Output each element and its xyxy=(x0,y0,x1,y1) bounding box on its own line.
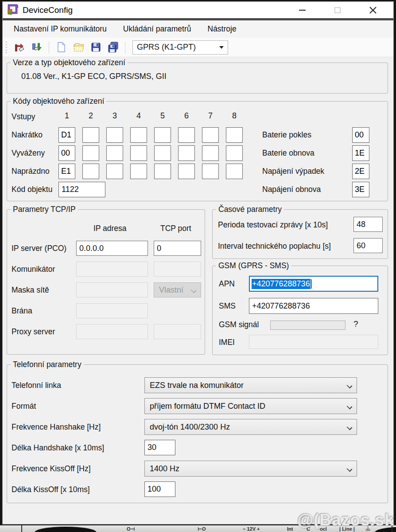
phone-group: Telefonní parametry Telefonní linka EZS … xyxy=(7,364,388,503)
new-file-button[interactable] xyxy=(54,41,68,54)
input-col-5: 5 xyxy=(154,111,171,121)
code-input[interactable] xyxy=(202,164,219,179)
toolbar-separator xyxy=(125,42,125,53)
chevron-down-icon xyxy=(219,46,224,49)
minimize-button[interactable] xyxy=(295,4,309,17)
tcpip-group: Parametry TCP/IP IP adresa TCP port IP s… xyxy=(7,209,205,355)
apn-selected-text: +420776288736 xyxy=(252,279,311,289)
napajeni-vypadek-input[interactable] xyxy=(352,164,369,179)
code-input[interactable] xyxy=(82,127,99,143)
open-file-icon xyxy=(73,41,85,53)
code-input[interactable] xyxy=(202,145,219,161)
baterie-obnova-input[interactable] xyxy=(352,145,369,161)
code-input[interactable] xyxy=(154,127,171,143)
close-button[interactable] xyxy=(366,4,380,17)
delka-handshake-label: Délka Handshake [x 10ms] xyxy=(12,440,104,456)
code-input[interactable] xyxy=(202,127,219,143)
photo-terminal-label: ⊢O xyxy=(198,526,206,532)
code-input[interactable] xyxy=(154,164,171,179)
save-file-icon xyxy=(90,41,102,53)
frekvence-handshake-select[interactable]: dvoj-tón 1400/2300 Hz xyxy=(144,419,357,435)
code-input[interactable] xyxy=(130,127,147,143)
write-to-device-icon xyxy=(31,41,43,53)
perioda-label: Perioda testovací zprávy [x 10s] xyxy=(218,220,328,230)
chevron-down-icon xyxy=(347,425,352,430)
code-input[interactable] xyxy=(178,145,195,161)
code-input[interactable] xyxy=(226,127,243,143)
imei-input xyxy=(249,335,378,349)
time-group-title: Časové parametry xyxy=(216,205,284,214)
photo-screw-hole xyxy=(35,527,97,532)
object-code-input[interactable] xyxy=(58,182,105,197)
input-number-header: 1 2 3 4 5 6 7 8 xyxy=(58,111,243,121)
code-input[interactable] xyxy=(82,164,99,179)
bazos-watermark: @(Bazos.sk xyxy=(297,511,394,529)
frekvence-kissoff-select[interactable]: 1400 Hz xyxy=(144,461,357,477)
code-input[interactable] xyxy=(154,145,171,161)
text-caret xyxy=(311,279,312,289)
perioda-input[interactable] xyxy=(353,217,383,232)
vyvazeny-label: Vyváženy xyxy=(12,145,45,161)
napajeni-obnova-label: Napájení obnova xyxy=(262,185,321,194)
baterie-pokles-input[interactable] xyxy=(352,127,369,143)
code-input[interactable] xyxy=(178,127,195,143)
baterie-obnova-label: Baterie obnova xyxy=(262,149,314,158)
napajeni-obnova-row: Napájení obnova xyxy=(262,182,369,197)
nakratko-label: Nakrátko xyxy=(12,127,43,143)
window-title: DeviceConfig xyxy=(23,5,73,15)
save-all-button[interactable] xyxy=(106,41,120,54)
code-input[interactable] xyxy=(226,145,243,161)
code-input[interactable] xyxy=(130,164,147,179)
toolbar-grip[interactable] xyxy=(5,42,8,53)
code-input[interactable] xyxy=(130,145,147,161)
menu-nastroje[interactable]: Nástroje xyxy=(208,24,237,34)
ip-adresa-header: IP adresa xyxy=(93,224,127,233)
napajeni-obnova-input[interactable] xyxy=(352,182,369,197)
write-to-device-button[interactable] xyxy=(30,41,43,54)
open-file-button[interactable] xyxy=(72,41,85,54)
input-col-4: 4 xyxy=(130,111,147,121)
code-input[interactable] xyxy=(178,164,195,179)
code-input[interactable] xyxy=(82,145,99,161)
input-col-1: 1 xyxy=(58,111,75,121)
sms-label: SMS xyxy=(219,301,236,311)
apn-label: APN xyxy=(219,279,235,289)
delka-handshake-input[interactable] xyxy=(144,440,175,455)
save-file-button[interactable] xyxy=(89,41,102,54)
code-input[interactable] xyxy=(58,145,75,161)
new-file-icon xyxy=(55,41,67,53)
interval-input[interactable] xyxy=(353,238,383,253)
maska-mode-select: Vlastní xyxy=(154,282,201,297)
menu-nastaveni-ip[interactable]: Nastavení IP komunikátoru xyxy=(14,24,107,34)
proxy-address-input xyxy=(76,324,148,339)
code-input[interactable] xyxy=(58,127,75,143)
maximize-button[interactable] xyxy=(330,4,345,17)
gsm-group: GSM (GPRS - SMS) APN +420776288736 SMS G… xyxy=(212,266,388,355)
code-input[interactable] xyxy=(58,164,75,179)
apn-input[interactable]: +420776288736 xyxy=(249,276,378,292)
ip-server-address-input[interactable] xyxy=(76,241,148,256)
code-input[interactable] xyxy=(226,164,243,179)
photo-terminal-label: Int xyxy=(287,526,293,532)
maska-site-label: Maska sítě xyxy=(12,282,49,298)
menu-ukladani-parametru[interactable]: Ukládání parametrů xyxy=(123,24,191,34)
delka-kissoff-label: Délka KissOff [x 10ms] xyxy=(12,481,90,497)
telefonni-linka-value: EZS trvale na komunikátor xyxy=(150,381,244,390)
interval-label: Interval technického poplachu [s] xyxy=(218,242,331,251)
delka-kissoff-input[interactable] xyxy=(144,481,175,497)
telefonni-linka-select[interactable]: EZS trvale na komunikátor xyxy=(144,377,357,393)
gsm-signal-help[interactable]: ? xyxy=(353,319,358,329)
chevron-down-icon xyxy=(347,383,352,388)
read-from-device-button[interactable] xyxy=(13,41,26,54)
sms-input[interactable] xyxy=(249,298,378,314)
title-bar: DeviceConfig xyxy=(3,2,393,18)
code-input[interactable] xyxy=(106,127,123,143)
close-icon xyxy=(369,6,377,14)
format-select[interactable]: příjem formátu DTMF Contact ID xyxy=(144,398,357,414)
toolbar-separator xyxy=(49,42,49,53)
code-input[interactable] xyxy=(106,164,123,179)
ip-server-port-input[interactable] xyxy=(154,241,201,256)
device-type-select[interactable]: GPRS (K1-GPT) xyxy=(132,40,228,55)
code-input[interactable] xyxy=(106,145,123,161)
format-label: Formát xyxy=(12,398,36,414)
